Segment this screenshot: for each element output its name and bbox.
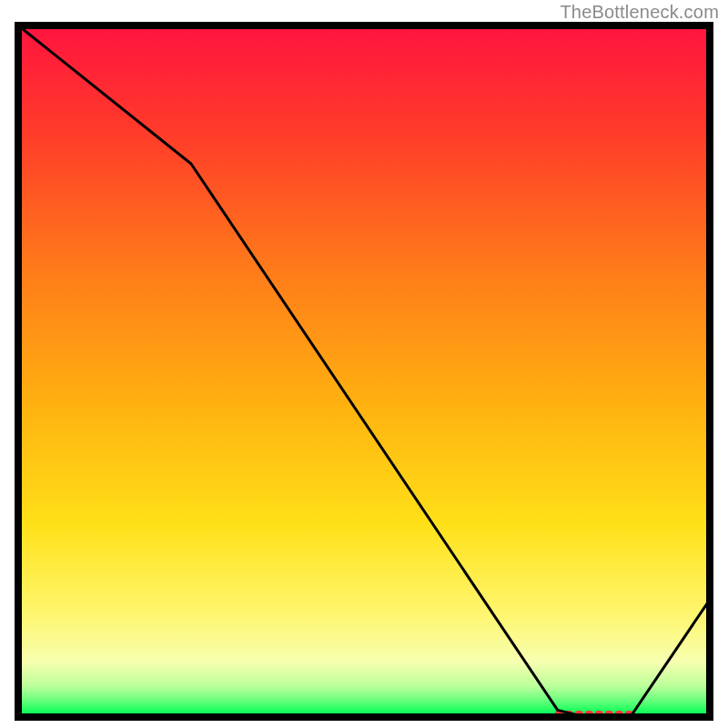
chart-stage: TheBottleneck.com [0,0,728,728]
gradient-background [18,25,710,717]
attribution-text: TheBottleneck.com [560,2,719,23]
bottleneck-chart [0,0,728,728]
